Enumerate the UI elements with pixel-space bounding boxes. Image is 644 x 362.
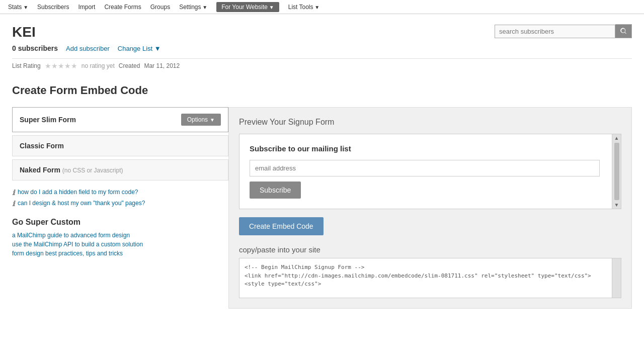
custom-title: Go Super Custom: [12, 218, 228, 227]
nav-import[interactable]: Import: [78, 4, 95, 11]
page-content: KEI 0 subscribers Add subscriber Change …: [0, 14, 644, 309]
sub-actions: 0 subscribers Add subscriber Change List…: [12, 44, 161, 52]
form-option-classic[interactable]: Classic Form: [12, 135, 228, 156]
options-button[interactable]: Options: [181, 114, 221, 126]
code-line-3: <style type="text/css">: [245, 280, 606, 289]
custom-link-guide[interactable]: a MailChimp guide to advanced form desig…: [12, 232, 228, 239]
custom-section: Go Super Custom a MailChimp guide to adv…: [12, 218, 228, 257]
email-input[interactable]: [250, 160, 600, 176]
nav-list-tools[interactable]: List Tools: [288, 4, 320, 11]
custom-link-best-practices[interactable]: form design best practices, tips and tri…: [12, 250, 228, 257]
created-label: Created: [119, 62, 140, 69]
right-panel: Preview Your Signup Form ▲ ▼ Subscribe t…: [228, 107, 632, 309]
form-option-sub-naked: (no CSS or Javascript): [62, 167, 123, 174]
main-layout: Super Slim Form Options Classic Form Nak…: [12, 107, 632, 309]
help-link-thank-you-anchor[interactable]: can I design & host my own "thank you" p…: [18, 200, 145, 207]
preview-scrollbar[interactable]: ▲ ▼: [612, 134, 621, 209]
code-line-1: <!-- Begin MailChimp Signup Form -->: [245, 263, 606, 272]
add-subscriber-link[interactable]: Add subscriber: [66, 45, 110, 52]
mailing-list-title: Subscribe to our mailing list: [250, 144, 600, 153]
page-header: KEI 0 subscribers Add subscriber Change …: [12, 24, 632, 52]
code-box[interactable]: <!-- Begin MailChimp Signup Form --> <li…: [239, 258, 621, 298]
rating-stars: ★★★★★: [45, 62, 77, 70]
preview-box: ▲ ▼ Subscribe to our mailing list Subscr…: [239, 134, 621, 209]
form-option-name-naked: Naked Form (no CSS or Javascript): [20, 166, 123, 174]
scroll-up-arrow[interactable]: ▲: [614, 135, 619, 141]
section-title: Create Form Embed Code: [12, 84, 632, 97]
help-link-hidden-field-anchor[interactable]: how do I add a hidden field to my form c…: [18, 189, 138, 196]
nav-settings[interactable]: Settings: [179, 4, 207, 11]
custom-link-api[interactable]: use the MailChimp API to build a custom …: [12, 241, 228, 248]
top-nav: Stats Subscribers Import Create Forms Gr…: [0, 0, 644, 14]
list-meta: List Rating ★★★★★ no rating yet Created …: [12, 58, 632, 70]
nav-groups[interactable]: Groups: [150, 4, 170, 11]
help-link-thank-you: ℹ can I design & host my own "thank you"…: [12, 200, 228, 208]
subscriber-count: 0 subscribers: [12, 44, 58, 52]
help-link-hidden-field: ℹ how do I add a hidden field to my form…: [12, 189, 228, 197]
form-option-name-classic: Classic Form: [20, 142, 64, 150]
help-icon-1: ℹ: [12, 189, 15, 197]
create-embed-code-button[interactable]: Create Embed Code: [239, 217, 324, 235]
code-line-2: <link href="http://cdn-images.mailchimp.…: [245, 272, 606, 281]
rating-label: List Rating: [12, 62, 41, 69]
search-area: [495, 24, 632, 38]
custom-links: a MailChimp guide to advanced form desig…: [12, 232, 228, 257]
nav-stats[interactable]: Stats: [8, 4, 28, 11]
form-option-name-super-slim: Super Slim Form: [20, 116, 76, 124]
preview-title: Preview Your Signup Form: [239, 118, 621, 127]
form-option-naked[interactable]: Naked Form (no CSS or Javascript): [12, 159, 228, 180]
nav-for-your-website[interactable]: For Your Website: [216, 2, 279, 12]
nav-subscribers[interactable]: Subscribers: [37, 4, 69, 11]
nav-create-forms[interactable]: Create Forms: [104, 4, 141, 11]
page-title: KEI: [12, 24, 161, 40]
scroll-down-arrow[interactable]: ▼: [614, 202, 619, 208]
scroll-thumb: [614, 143, 619, 200]
help-links: ℹ how do I add a hidden field to my form…: [12, 189, 228, 208]
code-inner: <!-- Begin MailChimp Signup Form --> <li…: [245, 263, 616, 289]
preview-inner: Subscribe to our mailing list Subscribe: [250, 144, 611, 199]
change-list-link[interactable]: Change List ▼: [118, 45, 161, 52]
search-button[interactable]: [615, 24, 632, 38]
no-rating-text: no rating yet: [82, 62, 115, 69]
help-icon-2: ℹ: [12, 200, 15, 208]
search-input[interactable]: [495, 25, 615, 38]
header-left: KEI 0 subscribers Add subscriber Change …: [12, 24, 161, 52]
subscribe-button[interactable]: Subscribe: [250, 182, 301, 199]
code-scrollbar[interactable]: [612, 258, 621, 298]
search-icon: [619, 27, 627, 35]
copy-paste-title: copy/paste into your site: [239, 245, 621, 254]
form-option-super-slim[interactable]: Super Slim Form Options: [12, 107, 228, 132]
created-date: Mar 11, 2012: [144, 62, 180, 69]
left-panel: Super Slim Form Options Classic Form Nak…: [12, 107, 228, 309]
